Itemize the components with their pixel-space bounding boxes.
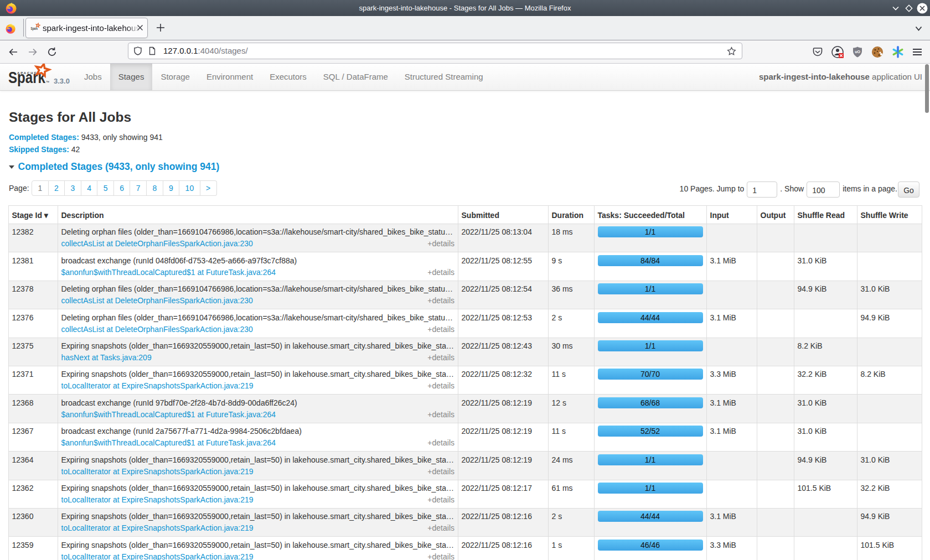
svg-text:™: ™ [46,80,50,84]
svg-text:uO: uO [855,50,860,54]
